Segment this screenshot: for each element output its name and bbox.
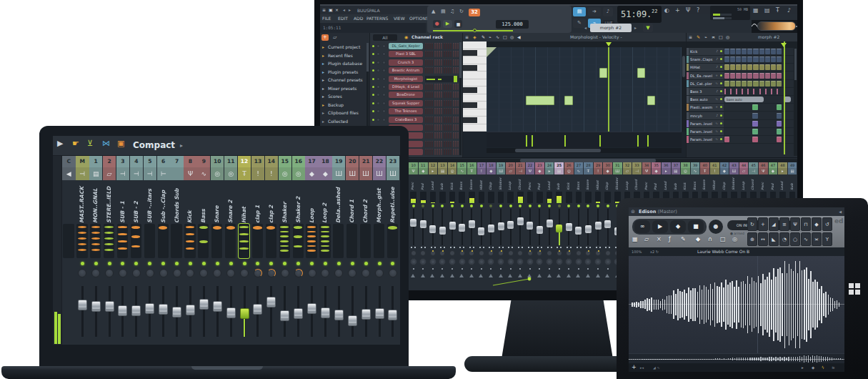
pr-playhead[interactable] [608, 41, 609, 132]
laptop-fader-handle[interactable] [388, 310, 397, 320]
nav-back-icon[interactable]: ◂ [343, 7, 345, 12]
laptop-track-thumbnail[interactable] [211, 224, 222, 258]
browser-item[interactable]: ▸Current project [320, 43, 364, 51]
laptop-mute-led[interactable] [243, 262, 246, 265]
wave-mode-icon[interactable]: ≋ [832, 365, 835, 370]
pl-clip[interactable] [771, 56, 776, 62]
pl-track-type-icon[interactable]: ♪ [716, 65, 718, 69]
loop-mode-button[interactable]: ∞ [634, 220, 650, 233]
pl-playhead[interactable] [784, 41, 785, 154]
rack-step-cell[interactable] [450, 43, 452, 49]
song-progress-bar[interactable] [433, 30, 513, 31]
edison-overview[interactable] [629, 353, 844, 363]
pl-clip[interactable] [752, 121, 757, 127]
rack-step-cell[interactable] [441, 84, 442, 90]
pr-velocity-lane[interactable] [487, 132, 682, 147]
laptop-fader-handle[interactable] [145, 303, 154, 314]
rack-step-cell[interactable] [441, 124, 442, 131]
laptop-pan-knob[interactable] [226, 269, 235, 277]
laptop-track-thumbnail[interactable] [374, 224, 384, 258]
pl-clip[interactable] [759, 73, 764, 79]
rack-step-cell[interactable] [450, 117, 452, 123]
piano-icon[interactable]: Ш [332, 167, 345, 180]
laptop-fader-handle[interactable] [105, 301, 114, 312]
browser-item[interactable]: ▸Scores [320, 92, 364, 100]
laptop-fader-handle[interactable] [253, 304, 262, 315]
laptop-track-number[interactable]: 20 [346, 156, 359, 167]
pl-clip[interactable] [736, 81, 741, 87]
pl-clip[interactable] [753, 73, 758, 79]
rack-step-cell[interactable] [441, 59, 442, 66]
laptop-mute-led[interactable] [108, 262, 111, 265]
browser-add-button[interactable]: + [321, 34, 329, 41]
rack-step-cell[interactable] [431, 51, 433, 57]
pl-track-led[interactable] [720, 90, 722, 92]
countdown-badge[interactable]: 32 [469, 9, 480, 16]
pl-track-lane[interactable] [724, 128, 792, 135]
laptop-pan-knob[interactable] [334, 269, 343, 277]
guitar-icon[interactable]: ∿ [197, 167, 210, 180]
laptop-fader-handle[interactable] [240, 308, 249, 319]
laptop-fader[interactable] [386, 286, 399, 345]
piano-icon[interactable]: Ш [373, 167, 386, 180]
laptop-mute-led[interactable] [189, 262, 192, 265]
pl-track-led[interactable] [720, 98, 722, 100]
pl-track-lane[interactable] [724, 56, 792, 63]
laptop-fader[interactable] [197, 286, 210, 345]
pl-clip[interactable] [736, 56, 741, 62]
pl-track-type-icon[interactable]: + [715, 74, 718, 77]
laptop-pan-knob[interactable] [146, 269, 154, 277]
rack-channel-button[interactable]: CrateBass 3 [389, 117, 423, 123]
rack-step-cell[interactable] [441, 51, 442, 57]
laptop-fader-handle[interactable] [186, 305, 195, 315]
drum-icon[interactable]: ◎ [279, 167, 291, 180]
rack-step-cell[interactable] [431, 100, 433, 107]
compressor-icon[interactable]: ⊣ [116, 167, 129, 180]
rack-step-cell[interactable] [441, 117, 442, 123]
fade-in-icon[interactable]: ◢ [769, 217, 779, 231]
mic-icon[interactable]: Ψ [184, 167, 196, 180]
rack-step-cell[interactable] [431, 149, 433, 155]
pr-note[interactable] [526, 96, 554, 105]
laptop-mute-led[interactable] [378, 262, 381, 265]
pl-clip[interactable] [777, 137, 782, 142]
laptop-track-number[interactable]: 3 [116, 156, 129, 167]
pl-track-type-icon[interactable]: ∿ [715, 97, 718, 101]
pl-track-type-icon[interactable]: ♪ [716, 89, 718, 93]
zoom-readout[interactable]: 100% [632, 250, 642, 254]
rack-vol-knob[interactable] [382, 102, 386, 105]
browser-icon[interactable]: ♪ [787, 7, 791, 14]
piano-black-key[interactable] [463, 102, 477, 108]
laptop-mute-led[interactable] [121, 262, 124, 265]
rack-pan-knob[interactable] [376, 102, 380, 105]
rack-step-cell[interactable] [431, 43, 433, 49]
laptop-mute-led[interactable] [364, 262, 368, 265]
drum-icon[interactable]: ◎ [224, 167, 237, 180]
laptop-track-number[interactable]: 16 [292, 156, 305, 167]
noise-gate-icon[interactable]: ⊓ [801, 217, 811, 231]
laptop-mute-led[interactable] [310, 262, 314, 265]
rack-mute-led[interactable] [372, 78, 374, 80]
pl-track-type-icon[interactable]: ♪ [716, 114, 718, 117]
laptop-fader-handle[interactable] [213, 301, 222, 312]
rack-step-cell[interactable] [431, 108, 433, 114]
rack-step-cell[interactable] [450, 124, 452, 131]
laptop-track-number[interactable]: 13 [251, 156, 264, 167]
menu-item-options[interactable]: OPTIONS [409, 16, 429, 21]
clipboard-icon[interactable]: ▤ [89, 167, 102, 180]
pl-track-lane[interactable] [724, 112, 792, 119]
pr-note[interactable] [599, 68, 607, 78]
pl-track-name-cell[interactable]: Kick♪ [687, 48, 724, 55]
center-icon[interactable]: ⊕ [747, 232, 757, 246]
rack-step-cell[interactable] [450, 92, 452, 98]
rack-vol-knob[interactable] [382, 69, 386, 72]
velocity-stem[interactable] [637, 135, 639, 147]
gear-icon[interactable]: ⊛ [631, 209, 635, 215]
pl-track-lane[interactable] [724, 136, 792, 143]
laptop-mute-led[interactable] [296, 262, 300, 265]
rack-channel-button[interactable]: DL_Gats_Kepler [389, 43, 423, 49]
laptop-fader[interactable] [251, 286, 264, 345]
rack-step-cell[interactable] [450, 141, 452, 147]
time-icon[interactable]: ◔ [779, 232, 789, 246]
rack-channel-button[interactable]: Plast 3 SBL [389, 51, 423, 57]
